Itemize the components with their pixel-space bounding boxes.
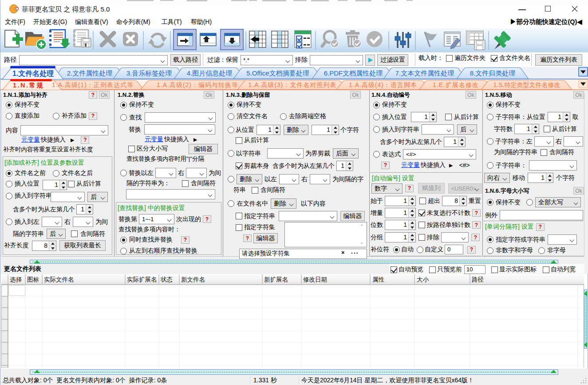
- svg-text:8.文件归类处理: 8.文件归类处理: [470, 69, 516, 77]
- svg-text:1.S.特定类型文件名修改: 1.S.特定类型文件名修改: [493, 81, 560, 88]
- svg-text:状态: 状态: [160, 276, 173, 283]
- svg-text:1.文件名处理: 1.文件名处理: [12, 69, 54, 77]
- svg-text:4.图片信息处理: 4.图片信息处理: [187, 69, 233, 77]
- svg-text:大小: 大小: [417, 276, 429, 283]
- svg-text:1.N.常规: 1.N.常规: [13, 82, 44, 89]
- svg-text:1.A.高级(3)：文件名对照列表: 1.A.高级(3)：文件名对照列表: [248, 81, 336, 88]
- svg-text:修改日期: 修改日期: [303, 276, 327, 283]
- svg-text:3.音乐标签处理: 3.音乐标签处理: [126, 69, 172, 77]
- svg-text:实际扩展名: 实际扩展名: [127, 276, 157, 283]
- svg-text:选择: 选择: [10, 276, 22, 283]
- svg-text:图标: 图标: [27, 276, 39, 283]
- svg-text:1.E.扩展名修改: 1.E.扩展名修改: [433, 81, 479, 88]
- svg-text:属性: 属性: [372, 276, 385, 283]
- svg-text:2.文件属性处理: 2.文件属性处理: [67, 69, 113, 77]
- svg-text:实际文件名: 实际文件名: [44, 276, 74, 283]
- svg-text:1.A.高级(2)：编码与转换等: 1.A.高级(2)：编码与转换等: [157, 81, 238, 88]
- svg-text:路径: 路径: [472, 276, 484, 283]
- svg-text:7.文本文件属性处理: 7.文本文件属性处理: [395, 69, 454, 77]
- svg-text:1.A.高级(1)：正则表达式等: 1.A.高级(1)：正则表达式等: [52, 81, 134, 88]
- svg-text:1.A.高级(4)：语言脚本: 1.A.高级(4)：语言脚本: [349, 81, 417, 88]
- svg-text:新扩展名: 新扩展名: [264, 276, 288, 283]
- svg-text:6.PDF文档属性处理: 6.PDF文档属性处理: [324, 69, 383, 77]
- svg-text:新文件名: 新文件名: [181, 276, 205, 283]
- svg-text:5.Office文档摘要处理: 5.Office文档摘要处理: [246, 69, 309, 77]
